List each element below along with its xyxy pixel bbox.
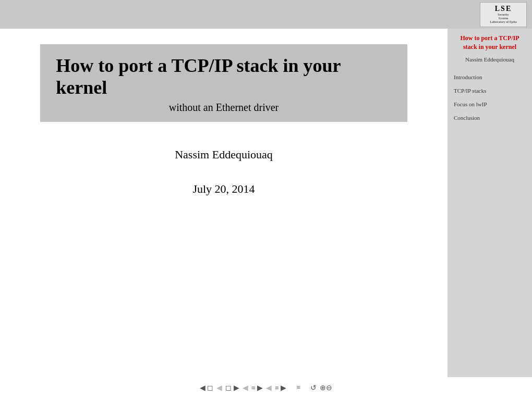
nav-search-icon[interactable]: ⊕⊖ bbox=[320, 383, 332, 392]
nav-align-icon[interactable]: ≡ bbox=[296, 383, 300, 392]
nav-undo-icon[interactable]: ↺ bbox=[310, 383, 317, 392]
sidebar-item-focus-lwip[interactable]: Focus on lwIP bbox=[454, 101, 526, 107]
main-row: How to port a TCP/IP stack in your kerne… bbox=[0, 29, 532, 377]
sidebar-title: How to port a TCP/IP stack in your kerne… bbox=[454, 34, 526, 52]
logo-lse-text: LSE bbox=[495, 5, 512, 13]
nav-next-icon[interactable]: ≡ ▶ bbox=[275, 383, 286, 392]
slide-author: Nassim Eddequiouaq bbox=[175, 148, 273, 161]
slide-date: July 20, 2014 bbox=[192, 182, 255, 196]
slide-title: How to port a TCP/IP stack in your kerne… bbox=[56, 55, 392, 98]
sidebar-item-conclusion[interactable]: Conclusion bbox=[454, 115, 526, 121]
sidebar: How to port a TCP/IP stack in your kerne… bbox=[448, 29, 532, 377]
sidebar-item-tcpip-stacks[interactable]: TCP/IP stacks bbox=[454, 88, 526, 94]
title-block: How to port a TCP/IP stack in your kerne… bbox=[40, 44, 407, 122]
nav-prev-section-icon[interactable]: ◻ ▶ bbox=[225, 383, 239, 392]
bottom-navigation: ◀ ◻ ◀ ◻ ▶ ◀ ≡ ▶ ◀ ≡ ▶ ≡ ↺ ⊕⊖ bbox=[0, 377, 532, 398]
nav-first-icon[interactable]: ◀ ◻ bbox=[200, 383, 214, 392]
logo-subtitle: Security System Laboratory of Epita bbox=[490, 13, 517, 24]
sidebar-author: Nassim Eddequiouaq bbox=[454, 56, 526, 64]
content-area: How to port a TCP/IP stack in your kerne… bbox=[0, 29, 448, 377]
top-bar: LSE Security System Laboratory of Epita bbox=[0, 0, 532, 29]
slide-subtitle: without an Ethernet driver bbox=[56, 102, 392, 114]
logo: LSE Security System Laboratory of Epita bbox=[480, 2, 527, 27]
nav-prev-icon[interactable]: ≡ ▶ bbox=[251, 383, 263, 392]
sidebar-item-introduction[interactable]: Introduction bbox=[454, 74, 526, 80]
